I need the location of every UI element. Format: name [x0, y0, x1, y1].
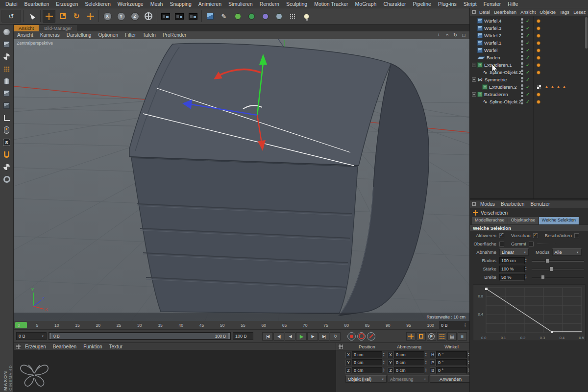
visibility-dots[interactable] — [521, 48, 523, 53]
enabled-check[interactable]: ✓ — [526, 99, 530, 104]
object-menu-datei[interactable]: Datei — [477, 9, 492, 15]
material-tag[interactable] — [537, 34, 540, 38]
add-deformer-button[interactable] — [259, 10, 271, 23]
live-selection-button[interactable] — [25, 10, 38, 23]
menu-item-skript[interactable]: Skript — [460, 1, 480, 7]
object-menu-lesez[interactable]: Lesez — [571, 9, 588, 15]
enabled-check[interactable]: ✓ — [526, 70, 530, 75]
enabled-check[interactable]: ✓ — [526, 40, 530, 46]
viewport-canvas[interactable]: X Y Z — [14, 39, 469, 321]
render-picture-viewer-button[interactable] — [173, 10, 186, 23]
object-row-spline-objekt-2[interactable]: ∿Spline-Objekt.2✓ — [470, 69, 588, 76]
viewport-menu-darstellung[interactable]: Darstellung — [63, 32, 95, 38]
position-input[interactable]: 0 cm — [352, 351, 382, 358]
expand-toggle[interactable]: − — [472, 92, 476, 97]
apply-button[interactable]: Anwenden — [430, 375, 471, 383]
section-header[interactable]: Weiche Selektion — [470, 224, 588, 231]
breite-stepper[interactable]: ▲▼ — [525, 275, 529, 280]
play-loop-button[interactable]: ↻ — [330, 332, 341, 341]
current-frame-box[interactable]: 0 B ▲▼ — [439, 321, 469, 329]
undo-button[interactable]: ↺ — [1, 10, 21, 23]
selection-tag[interactable]: ▲ — [544, 84, 549, 89]
position-stepper[interactable]: ▲▼ — [383, 352, 387, 357]
radius-slider[interactable] — [532, 258, 584, 264]
coordinate-mode-dropdown[interactable]: Objekt (Rel) — [345, 375, 387, 383]
keyframe-selection-button[interactable] — [367, 332, 375, 341]
autokey-toggle-button[interactable] — [357, 332, 366, 341]
object-row-extrudieren-1[interactable]: −↑Extrudieren.1✓ — [470, 61, 588, 69]
preview-range-slider[interactable]: 0 B 100 B — [49, 332, 231, 340]
material-menu-textur[interactable]: Textur — [106, 344, 126, 349]
add-cube-object-button[interactable] — [204, 10, 217, 23]
panel-handle-icon[interactable] — [16, 344, 21, 349]
previous-frame-button[interactable]: ◀ — [285, 332, 295, 341]
breite-slider[interactable] — [532, 274, 584, 280]
edit-render-settings-button[interactable] — [187, 10, 199, 23]
position-stepper[interactable]: ▲▼ — [383, 360, 387, 365]
next-frame-button[interactable]: ▶ — [307, 332, 318, 341]
enabled-check[interactable]: ✓ — [526, 92, 530, 97]
radius-input[interactable]: 100 cm — [499, 257, 525, 264]
lock-z-axis-button[interactable]: Z — [128, 10, 141, 23]
vorschau-checkbox[interactable] — [533, 233, 538, 238]
go-to-end-button[interactable]: ▶| — [318, 332, 329, 341]
visibility-dots[interactable] — [521, 25, 523, 31]
viewport-menu-tafeln[interactable]: Tafeln — [139, 32, 159, 38]
object-menu-ansicht[interactable]: Ansicht — [518, 9, 538, 15]
menu-item-mograph[interactable]: MoGraph — [352, 1, 380, 7]
object-row-extrudieren-2[interactable]: ↑Extrudieren.2✓▲▲▲▲ — [470, 83, 588, 91]
enabled-check[interactable]: ✓ — [526, 77, 530, 82]
viewport-menu-kameras[interactable]: Kameras — [37, 32, 63, 38]
range-end-box[interactable]: 100 B — [233, 332, 253, 340]
menu-item-erzeugen[interactable]: Erzeugen — [52, 1, 81, 7]
material-tag[interactable] — [537, 56, 540, 60]
position-input[interactable]: 0 cm — [352, 367, 382, 374]
material-tag[interactable] — [537, 100, 540, 104]
texture-mode-button[interactable] — [0, 50, 13, 63]
previous-key-button[interactable]: ◀| — [273, 332, 284, 341]
material-tag[interactable] — [537, 41, 540, 45]
menu-item-charakter[interactable]: Charakter — [380, 1, 409, 7]
enable-snap-button[interactable] — [0, 148, 13, 161]
rotate-tool-button[interactable]: ↻ — [70, 10, 83, 23]
modus-dropdown[interactable]: Alle — [552, 248, 582, 256]
menu-item-selektieren[interactable]: Selektieren — [81, 1, 114, 7]
visibility-dots[interactable] — [521, 99, 523, 104]
visibility-dots[interactable] — [521, 62, 523, 68]
visibility-dots[interactable] — [521, 70, 523, 75]
model-mode-button[interactable] — [0, 38, 13, 50]
viewport-navigation-button[interactable] — [0, 124, 13, 136]
tab-weiche-selektion[interactable]: Weiche Selektion — [539, 217, 579, 224]
viewport-menu-optionen[interactable]: Optionen — [95, 32, 122, 38]
panel-handle-icon[interactable] — [472, 10, 476, 14]
material-tag[interactable] — [537, 49, 540, 52]
scale-tool-button[interactable] — [56, 10, 69, 23]
material-tag[interactable] — [537, 19, 540, 23]
staerke-input[interactable]: 100 % — [499, 266, 525, 272]
menu-item-rendern[interactable]: Rendern — [256, 1, 283, 7]
visibility-dots[interactable] — [521, 77, 523, 82]
add-light-button[interactable] — [300, 10, 313, 23]
radius-stepper[interactable]: ▲▼ — [525, 258, 529, 263]
ring-selection-button[interactable] — [0, 173, 13, 185]
record-parameter-button[interactable]: P — [427, 332, 436, 341]
zoom-view-icon[interactable]: ○ — [443, 32, 451, 38]
texture-edit-mode-button[interactable] — [0, 161, 13, 173]
frame-stepper[interactable]: ▲▼ — [464, 323, 468, 328]
menu-item-pipeline[interactable]: Pipeline — [410, 1, 435, 7]
play-button[interactable]: ▶ — [296, 332, 307, 341]
sound-toggle-button[interactable]: ▤ — [447, 332, 457, 341]
go-to-start-button[interactable]: |◀ — [262, 332, 273, 341]
object-row-würfel-3[interactable]: Würfel.3✓ — [470, 24, 588, 32]
size-stepper[interactable]: ▲▼ — [425, 352, 429, 357]
render-view-button[interactable] — [159, 10, 172, 23]
enabled-check[interactable]: ✓ — [526, 18, 530, 24]
add-array-button[interactable] — [286, 10, 299, 23]
record-scale-button[interactable] — [416, 332, 426, 341]
menu-item-hilfe[interactable]: Hilfe — [504, 1, 521, 7]
viewport-menu-ansicht[interactable]: Ansicht — [14, 32, 37, 38]
object-menu-objekte[interactable]: Objekte — [538, 9, 558, 15]
panel-handle-icon[interactable] — [339, 344, 343, 349]
range-start-combo[interactable]: 0 B — [16, 332, 47, 340]
tab-bild-manager[interactable]: Bild-Manager — [39, 25, 77, 31]
